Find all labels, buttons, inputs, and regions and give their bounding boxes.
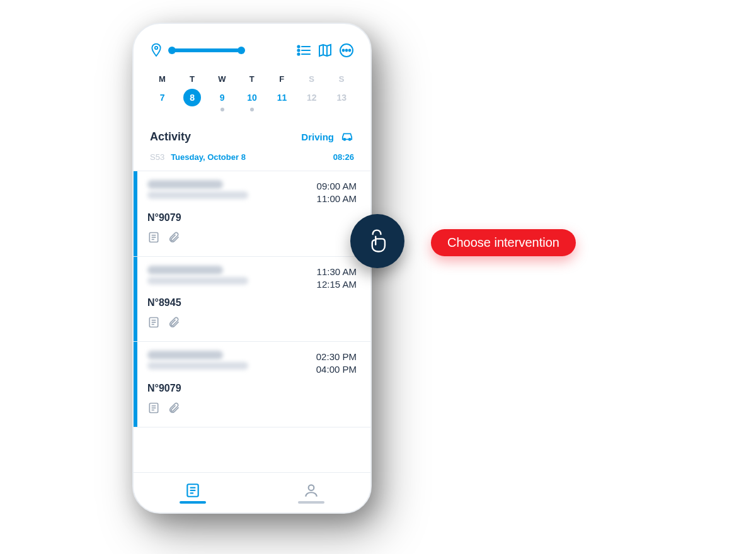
map-icon[interactable] <box>318 43 333 57</box>
attachment-icon[interactable] <box>168 316 180 331</box>
event-dot-icon <box>207 108 237 114</box>
attachment-icon[interactable] <box>168 231 180 246</box>
card-time-start: 11:30 AM <box>317 266 357 278</box>
calendar-weekday-row: M T W T F S S <box>134 58 370 84</box>
tab-bar <box>134 472 370 512</box>
dow-label: F <box>267 74 297 84</box>
card-time-end: 04:00 PM <box>316 363 357 376</box>
calendar-day[interactable]: 12 <box>297 88 326 108</box>
tab-profile[interactable] <box>298 482 324 504</box>
calendar-day[interactable]: 11 <box>267 88 297 108</box>
dow-label: S <box>297 74 326 84</box>
car-icon <box>340 130 354 144</box>
redacted-title <box>147 180 223 189</box>
phone-frame: M T W T F S S 7 8 9 10 11 12 13 Activity <box>132 23 372 514</box>
dow-label: M <box>147 74 177 84</box>
redacted-title <box>147 266 223 274</box>
dow-label: T <box>237 74 266 84</box>
svg-point-10 <box>343 50 345 52</box>
attachment-icon[interactable] <box>168 402 180 417</box>
svg-point-3 <box>298 50 300 52</box>
activity-subline: S53 Tuesday, October 8 08:26 <box>134 147 370 171</box>
redacted-title <box>147 351 223 359</box>
tap-gesture-icon <box>350 214 404 268</box>
note-icon[interactable] <box>147 402 160 417</box>
svg-point-12 <box>349 50 351 52</box>
activity-status[interactable]: Driving <box>301 130 354 144</box>
card-ticket-number: N°9079 <box>147 212 357 223</box>
top-slider[interactable] <box>169 48 244 52</box>
stage: M T W T F S S 7 8 9 10 11 12 13 Activity <box>0 0 756 554</box>
dow-label: W <box>207 74 237 84</box>
card-ticket-number: N°8945 <box>147 297 357 308</box>
card-time-end: 11:00 AM <box>317 193 357 205</box>
redacted-subtitle <box>147 191 248 199</box>
calendar-event-dots <box>134 108 370 120</box>
calendar-day[interactable]: 7 <box>147 88 177 108</box>
svg-point-1 <box>298 46 300 48</box>
card-ticket-number: N°9079 <box>147 383 357 394</box>
intervention-card[interactable]: 02:30 PM 04:00 PM N°9079 <box>134 341 370 427</box>
calendar-day[interactable]: 13 <box>327 88 357 108</box>
svg-point-11 <box>346 50 348 52</box>
week-code: S53 <box>150 152 164 162</box>
time-label: 08:26 <box>333 152 354 162</box>
note-icon[interactable] <box>147 316 160 331</box>
intervention-card[interactable]: 11:30 AM 12:15 AM N°8945 <box>134 256 370 342</box>
card-time-end: 12:15 AM <box>317 278 357 291</box>
card-time-start: 02:30 PM <box>316 351 357 363</box>
calendar-date-row: 7 8 9 10 11 12 13 <box>134 84 370 108</box>
calendar-day-selected[interactable]: 8 <box>177 88 207 108</box>
redacted-subtitle <box>147 277 248 285</box>
activity-title: Activity <box>150 130 191 144</box>
tab-tasks[interactable] <box>180 482 206 504</box>
calendar-day[interactable]: 9 <box>207 88 237 108</box>
dow-label: T <box>177 74 207 84</box>
event-dot-icon <box>237 108 266 114</box>
svg-point-0 <box>155 47 158 49</box>
svg-point-5 <box>298 54 300 55</box>
calendar-day[interactable]: 10 <box>237 88 266 108</box>
top-bar <box>134 24 370 58</box>
dow-label: S <box>327 74 357 84</box>
more-icon[interactable] <box>339 43 354 57</box>
svg-point-31 <box>309 485 314 490</box>
activity-header: Activity Driving <box>134 120 370 147</box>
redacted-subtitle <box>147 362 248 370</box>
intervention-card[interactable]: 09:00 AM 11:00 AM N°9079 <box>134 171 370 256</box>
callout-choose-intervention: Choose intervention <box>431 229 576 256</box>
activity-status-label: Driving <box>301 132 334 142</box>
location-pin-icon[interactable] <box>150 43 163 58</box>
list-icon[interactable] <box>296 43 311 57</box>
card-time-start: 09:00 AM <box>317 180 357 193</box>
note-icon[interactable] <box>147 231 160 246</box>
date-label: Tuesday, October 8 <box>171 152 246 162</box>
